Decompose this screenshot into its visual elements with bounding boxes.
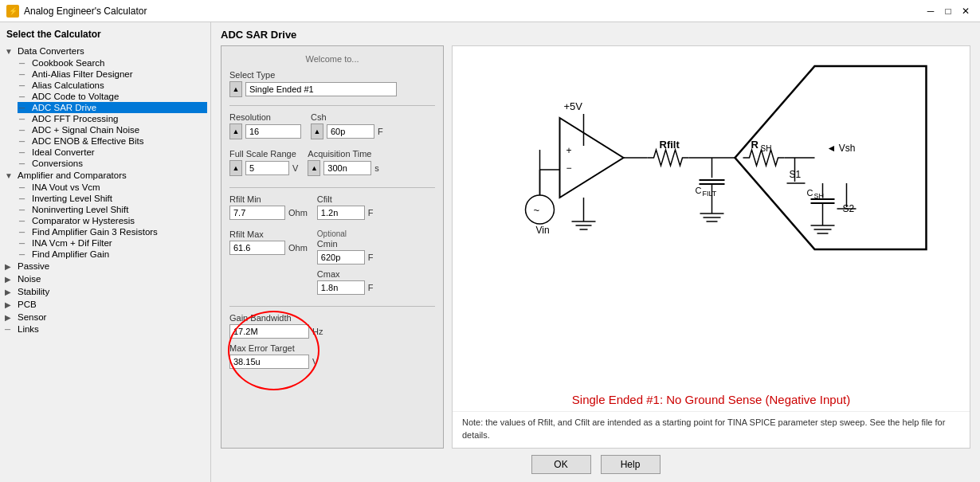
app-title: Analog Engineer's Calculator [24, 6, 147, 17]
resolution-input[interactable] [245, 124, 301, 139]
svg-marker-1 [560, 118, 624, 198]
sidebar-item-find-amp[interactable]: ─ Find Amplifier Gain [18, 249, 207, 260]
group-sensor[interactable]: ▶ Sensor [3, 311, 207, 323]
calculator-panel: Welcome to... Select Type ▲ Resolution [221, 45, 444, 449]
svg-text:R: R [751, 139, 759, 151]
cmin-field-row: F [317, 250, 374, 265]
csh-spinner[interactable]: ▲ [311, 123, 323, 139]
cmin-input[interactable] [317, 250, 365, 265]
cfilt-label: Cfilt [317, 194, 374, 204]
resolution-field-row: ▲ [229, 123, 301, 139]
cmax-field-row: F [317, 280, 374, 295]
sidebar-item-adc-enob[interactable]: ─ ADC ENOB & Effective Bits [18, 135, 207, 147]
svg-text:−: − [566, 163, 572, 174]
cmin-unit: F [368, 253, 374, 262]
max-error-row: V [229, 355, 435, 369]
optional-item: Optional Cmin F Cmax F [317, 229, 374, 300]
acq-field-row: ▲ s [308, 160, 379, 176]
cmax-label: Cmax [317, 269, 374, 279]
rfiltmax-unit: Ohm [288, 243, 308, 253]
sidebar-item-comparator[interactable]: ─ Comparator w Hysteresis [18, 215, 207, 226]
gain-bw-input[interactable] [229, 324, 309, 339]
minimize-button[interactable]: ─ [923, 3, 939, 19]
select-type-label: Select Type [229, 70, 435, 80]
rfiltmax-label: Rfilt Max [229, 229, 308, 239]
acq-label: Acquisition Time [308, 149, 379, 159]
sidebar: Select the Calculator ▼ Data Converters … [0, 22, 211, 482]
sidebar-item-links[interactable]: ─ Links [3, 323, 207, 335]
svg-text:+: + [566, 145, 572, 156]
optional-label: Optional [317, 229, 374, 238]
group-passive[interactable]: ▶ Passive [3, 260, 207, 272]
gain-bw-unit: Hz [312, 327, 323, 336]
sidebar-item-ina-vout[interactable]: ─ INA Vout vs Vcm [18, 182, 207, 193]
gain-bw-label: Gain Bandwidth [229, 313, 435, 323]
group-amplifier[interactable]: ▼ Amplifier and Comparators [3, 169, 207, 182]
svg-text:Rfilt: Rfilt [660, 139, 680, 151]
rfiltmin-field-row: Ohm [229, 206, 308, 220]
sidebar-item-adc-signal[interactable]: ─ ADC + Signal Chain Noise [18, 124, 207, 135]
svg-text:C: C [807, 188, 813, 198]
select-type-spinner[interactable]: ▲ [229, 81, 242, 97]
maximize-button[interactable]: □ [940, 3, 956, 19]
max-error-input[interactable] [229, 355, 309, 369]
sidebar-item-find-amp-3r[interactable]: ─ Find Amplifier Gain 3 Resistors [18, 226, 207, 237]
rfiltmax-input[interactable] [229, 241, 285, 255]
rfiltmin-label: Rfilt Min [229, 194, 308, 204]
group-stability[interactable]: ▶ Stability [3, 285, 207, 298]
svg-point-6 [526, 195, 555, 224]
cfilt-item: Cfilt F [317, 194, 374, 225]
rfiltmax-optional-row: Rfilt Max Ohm Optional Cmin F Cm [229, 229, 435, 300]
select-type-input[interactable] [245, 82, 397, 96]
sidebar-item-ina-vcm[interactable]: ─ INA Vcm + Dif Filter [18, 237, 207, 249]
sidebar-item-adc-fft[interactable]: ─ ADC FFT Processing [18, 113, 207, 124]
amplifier-children: ─ INA Vout vs Vcm ─ Inverting Level Shif… [3, 182, 207, 260]
cfilt-field-row: F [317, 206, 374, 220]
ok-button[interactable]: OK [531, 455, 591, 474]
acq-input[interactable] [323, 161, 371, 175]
group-noise[interactable]: ▶ Noise [3, 272, 207, 285]
resolution-spinner[interactable]: ▲ [229, 123, 242, 139]
sidebar-item-conversions[interactable]: ─ Conversions [18, 158, 207, 169]
cmin-label: Cmin [317, 239, 374, 249]
rfiltmax-item: Rfilt Max Ohm [229, 229, 308, 300]
rfiltmax-field-row: Ohm [229, 241, 308, 255]
acq-spinner[interactable]: ▲ [308, 160, 320, 176]
fsr-input[interactable] [245, 161, 289, 175]
sidebar-header: Select the Calculator [3, 29, 207, 40]
diagram-area: +5V + − ~ Vin [452, 45, 970, 449]
group-pcb[interactable]: ▶ PCB [3, 298, 207, 311]
expand-icon-amplifier: ▼ [5, 171, 16, 180]
sidebar-item-alias-calc[interactable]: ─ Alias Calculations [18, 80, 207, 91]
svg-text:◄ Vsh: ◄ Vsh [827, 143, 856, 154]
sidebar-item-anti-alias[interactable]: ─ Anti-Alias Filter Designer [18, 69, 207, 80]
csh-input[interactable] [327, 124, 374, 139]
rfiltmin-cfilt-row: Rfilt Min Ohm Cfilt F [229, 194, 435, 225]
diagram-note: Note: the values of Rfilt, and Cfilt are… [453, 411, 970, 448]
sidebar-item-noninverting-level[interactable]: ─ Noninverting Level Shift [18, 204, 207, 215]
group-data-converters[interactable]: ▼ Data Converters [3, 45, 207, 57]
select-type-section: Select Type ▲ [229, 70, 435, 97]
title-bar: ⚡ Analog Engineer's Calculator ─ □ ✕ [0, 0, 980, 22]
fsr-acq-row: Full Scale Range ▲ V Acquisition Time ▲ … [229, 149, 435, 181]
circuit-diagram: +5V + − ~ Vin [453, 46, 970, 388]
help-button[interactable]: Help [601, 455, 661, 474]
sidebar-item-ideal-converter[interactable]: ─ Ideal Converter [18, 147, 207, 158]
cmax-input[interactable] [317, 280, 365, 295]
fsr-item: Full Scale Range ▲ V [229, 149, 298, 181]
close-button[interactable]: ✕ [958, 3, 974, 19]
csh-field-row: ▲ F [311, 123, 383, 139]
cfilt-input[interactable] [317, 206, 365, 220]
panel-title: Welcome to... [229, 54, 435, 64]
max-error-unit: V [312, 357, 318, 366]
sidebar-item-adc-sar[interactable]: ─ ADC SAR Drive [18, 102, 207, 113]
sidebar-item-cookbook-search[interactable]: ─ Cookbook Search [18, 57, 207, 69]
rfiltmin-input[interactable] [229, 206, 285, 220]
sidebar-item-adc-code[interactable]: ─ ADC Code to Voltage [18, 91, 207, 102]
sidebar-item-inverting-level[interactable]: ─ Inverting Level Shift [18, 193, 207, 204]
fsr-unit: V [292, 163, 298, 173]
main-area: Select the Calculator ▼ Data Converters … [0, 22, 980, 482]
resolution-csh-row: Resolution ▲ Csh ▲ F [229, 112, 435, 144]
fsr-field-row: ▲ V [229, 160, 298, 176]
fsr-spinner[interactable]: ▲ [229, 160, 242, 176]
